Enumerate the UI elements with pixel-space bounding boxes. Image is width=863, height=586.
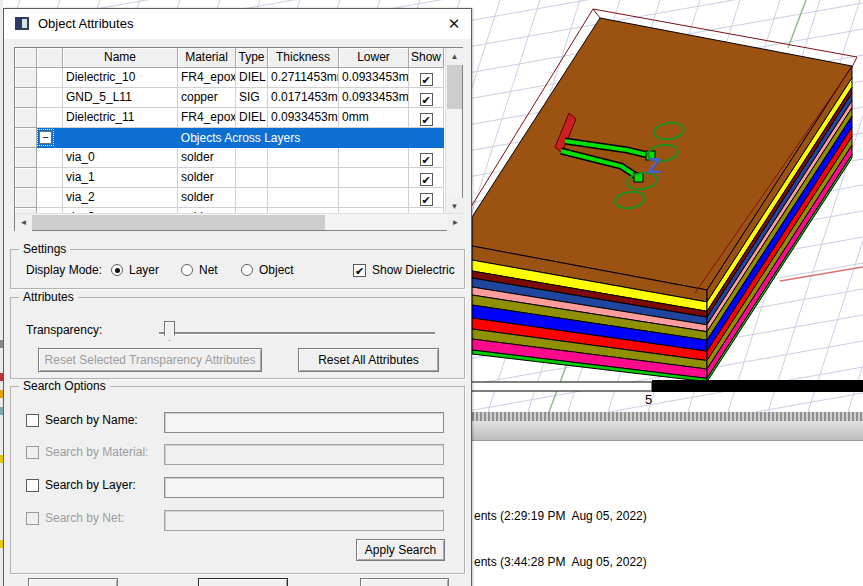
column-header[interactable]: Lower — [339, 48, 409, 68]
column-header[interactable]: Show — [409, 48, 444, 68]
search-by-layer-label: Search by Layer: — [45, 478, 136, 492]
radio-object[interactable] — [241, 264, 253, 276]
search-options-group: Search Options Search by Name: Search by… — [10, 386, 465, 574]
radio-object-label[interactable]: Object — [259, 263, 294, 277]
layers-table[interactable]: NameMaterialTypeThicknessLowerShowDielec… — [14, 47, 463, 231]
message-line: ents (2:29:19 PM Aug 05, 2022) — [474, 509, 647, 523]
radio-net[interactable] — [181, 264, 193, 276]
scroll-up-icon[interactable]: ▲ — [446, 48, 463, 65]
vscroll-thumb[interactable] — [447, 65, 462, 109]
search-by-net-label: Search by Net: — [45, 511, 124, 525]
search-by-name-input[interactable] — [164, 412, 444, 433]
attributes-legend: Attributes — [19, 290, 78, 304]
table-row[interactable]: via_0solder✔ — [15, 148, 444, 168]
transparency-label: Transparency: — [26, 323, 102, 337]
column-header[interactable]: Name — [63, 48, 178, 68]
hscroll-thumb[interactable] — [32, 215, 325, 230]
table-row[interactable]: GND_5_L11copperSIG0.0171453mm0.0933453mm… — [15, 88, 444, 108]
app-canvas: Z 5 ents (2:29:19 PM Aug 05, 2022) ents … — [0, 0, 863, 586]
z-axis-label: Z — [648, 153, 661, 178]
show-checkbox[interactable]: ✔ — [420, 113, 433, 126]
table-row[interactable]: Dielectric_11FR4_epoxyDIEL0.0933453mm0mm… — [15, 108, 444, 128]
show-dielectric-label[interactable]: Show Dielectric — [372, 263, 455, 277]
show-checkbox[interactable]: ✔ — [420, 173, 433, 186]
show-checkbox[interactable]: ✔ — [420, 153, 433, 166]
radio-layer-label[interactable]: Layer — [129, 263, 159, 277]
search-by-layer-checkbox[interactable] — [26, 479, 39, 492]
close-icon[interactable]: ✕ — [445, 15, 463, 33]
horizontal-scrollbar[interactable]: ◄ ► — [15, 213, 464, 230]
dialog-bottom-button-1[interactable] — [28, 578, 118, 586]
dialog-title: Object Attributes — [38, 9, 133, 39]
search-by-material-input — [164, 444, 444, 465]
dialog-titlebar[interactable]: Object Attributes ✕ — [4, 9, 471, 39]
show-checkbox[interactable]: ✔ — [420, 93, 433, 106]
dialog-icon — [15, 17, 29, 30]
table-row[interactable]: via_1solder✔ — [15, 168, 444, 188]
search-by-net-checkbox[interactable] — [26, 512, 39, 525]
settings-legend: Settings — [19, 242, 70, 256]
table-header-row: NameMaterialTypeThicknessLowerShow — [15, 48, 444, 68]
column-header[interactable] — [37, 48, 63, 68]
search-options-legend: Search Options — [19, 379, 110, 393]
table-row[interactable]: via_2solder✔ — [15, 188, 444, 208]
message-line: ents (3:44:28 PM Aug 05, 2022) — [474, 555, 647, 569]
column-header[interactable] — [15, 48, 37, 68]
scale-ruler-label: 5 — [645, 392, 652, 407]
group-row-objects-across-layers[interactable]: −Objects Across Layers — [37, 128, 444, 148]
column-header[interactable]: Type — [236, 48, 268, 68]
transparency-slider-thumb[interactable] — [164, 321, 175, 341]
table-row[interactable]: −Objects Across Layers — [15, 128, 444, 148]
scroll-left-icon[interactable]: ◄ — [15, 214, 32, 231]
search-by-layer-input[interactable] — [164, 477, 444, 498]
transparency-slider-track[interactable] — [159, 332, 435, 334]
search-by-material-label: Search by Material: — [45, 445, 148, 459]
apply-search-button[interactable]: Apply Search — [356, 539, 445, 561]
display-mode-label: Display Mode: — [26, 263, 102, 277]
reset-all-attributes-button[interactable]: Reset All Attributes — [298, 348, 439, 372]
table-row[interactable]: Dielectric_10FR4_epoxyDIEL0.2711453mm0.0… — [15, 68, 444, 88]
group-row-label: Objects Across Layers — [37, 131, 444, 145]
search-by-name-checkbox[interactable] — [26, 414, 39, 427]
collapse-icon[interactable]: − — [39, 131, 52, 144]
vertical-scrollbar[interactable]: ▲ ▼ — [445, 48, 462, 215]
reset-selected-transparency-button[interactable]: Reset Selected Transparency Attributes — [38, 348, 262, 372]
search-by-material-checkbox[interactable] — [26, 446, 39, 459]
column-header[interactable]: Thickness — [268, 48, 339, 68]
settings-group: Settings Display Mode: Layer Net Object … — [10, 249, 465, 289]
radio-layer[interactable] — [111, 264, 123, 276]
show-checkbox[interactable]: ✔ — [420, 193, 433, 206]
radio-net-label[interactable]: Net — [199, 263, 218, 277]
search-by-net-input — [164, 510, 444, 531]
dialog-bottom-button-2[interactable] — [198, 578, 288, 586]
search-by-name-label: Search by Name: — [45, 413, 138, 427]
attributes-group: Attributes Transparency: Reset Selected … — [10, 297, 465, 379]
show-checkbox[interactable]: ✔ — [420, 73, 433, 86]
object-attributes-dialog: Object Attributes ✕ NameMaterialTypeThic… — [3, 8, 472, 586]
show-dielectric-checkbox[interactable]: ✔ — [353, 264, 366, 277]
dialog-bottom-button-3[interactable] — [360, 578, 449, 586]
scroll-right-icon[interactable]: ► — [447, 214, 464, 231]
column-header[interactable]: Material — [178, 48, 236, 68]
